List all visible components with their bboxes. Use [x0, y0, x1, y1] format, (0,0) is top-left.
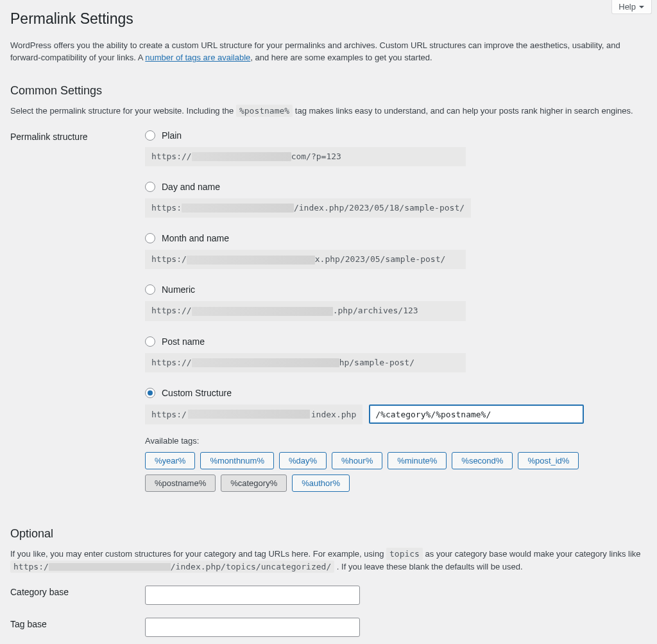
page-title: Permalink Settings: [10, 0, 647, 35]
intro-text: WordPress offers you the ability to crea…: [10, 39, 647, 64]
option-numeric: Numerichttps://.php/archives/123: [145, 284, 647, 320]
tag-button-year[interactable]: %year%: [145, 452, 195, 469]
tag-button-second[interactable]: %second%: [452, 452, 513, 469]
tag-button-minute[interactable]: %minute%: [388, 452, 447, 469]
option-custom-structure: Custom Structure https:/index.php Availa…: [145, 388, 647, 492]
category-base-input[interactable]: [145, 586, 360, 605]
tag-base-input[interactable]: [145, 618, 360, 637]
option-url-example: https://hp/sample-post/: [145, 353, 466, 372]
tag-button-category[interactable]: %category%: [221, 474, 287, 492]
tags-available-link[interactable]: number of tags are available: [145, 53, 250, 62]
radio-plain[interactable]: [145, 130, 155, 141]
option-url-example: https:/index.php/2023/05/18/sample-post/: [145, 198, 471, 218]
tag-button-day[interactable]: %day%: [279, 452, 327, 469]
optional-desc: If you like, you may enter custom struct…: [10, 548, 647, 573]
postname-tag-code: %postname%: [236, 105, 293, 117]
option-url-example: https://com/?p=123: [145, 147, 466, 166]
option-label[interactable]: Custom Structure: [162, 388, 232, 398]
tag-button-hour[interactable]: %hour%: [332, 452, 382, 469]
radio-numeric[interactable]: [145, 284, 155, 295]
available-tags-label: Available tags:: [145, 436, 647, 446]
custom-structure-input[interactable]: [369, 405, 584, 424]
tag-base-label: Tag base: [10, 618, 145, 629]
option-label[interactable]: Post name: [162, 336, 205, 347]
tag-button-monthnum[interactable]: %monthnum%: [200, 452, 274, 469]
chevron-down-icon: [638, 4, 645, 10]
option-label[interactable]: Day and name: [162, 182, 220, 192]
common-settings-heading: Common Settings: [10, 73, 647, 101]
tag-button-author[interactable]: %author%: [292, 474, 350, 492]
option-label[interactable]: Plain: [162, 130, 182, 141]
option-label[interactable]: Month and name: [162, 233, 229, 243]
radio-day-and-name[interactable]: [145, 182, 155, 192]
radio-post-name[interactable]: [145, 336, 155, 347]
option-plain: Plainhttps://com/?p=123: [145, 130, 647, 166]
permalink-structure-label: Permalink structure: [10, 130, 145, 142]
example-url-code: https://index.php/topics/uncategorized/: [10, 561, 334, 573]
option-post-name: Post namehttps://hp/sample-post/: [145, 336, 647, 372]
common-settings-desc: Select the permalink structure for your …: [10, 105, 647, 117]
option-day-and-name: Day and namehttps:/index.php/2023/05/18/…: [145, 182, 647, 218]
option-label[interactable]: Numeric: [162, 284, 195, 295]
tag-button-postname[interactable]: %postname%: [145, 474, 216, 492]
option-url-example: https://.php/archives/123: [145, 301, 466, 320]
option-url-example: https:/x.php/2023/05/sample-post/: [145, 250, 466, 269]
help-tab-label: Help: [619, 2, 636, 12]
help-tab[interactable]: Help: [611, 0, 652, 14]
radio-month-and-name[interactable]: [145, 233, 155, 243]
tag-button-post_id[interactable]: %post_id%: [518, 452, 579, 469]
radio-custom-structure[interactable]: [145, 388, 155, 398]
optional-heading: Optional: [10, 501, 647, 544]
category-base-label: Category base: [10, 586, 145, 597]
option-month-and-name: Month and namehttps:/x.php/2023/05/sampl…: [145, 233, 647, 269]
custom-url-prefix: https:/index.php: [145, 405, 363, 424]
topics-code: topics: [386, 548, 423, 560]
